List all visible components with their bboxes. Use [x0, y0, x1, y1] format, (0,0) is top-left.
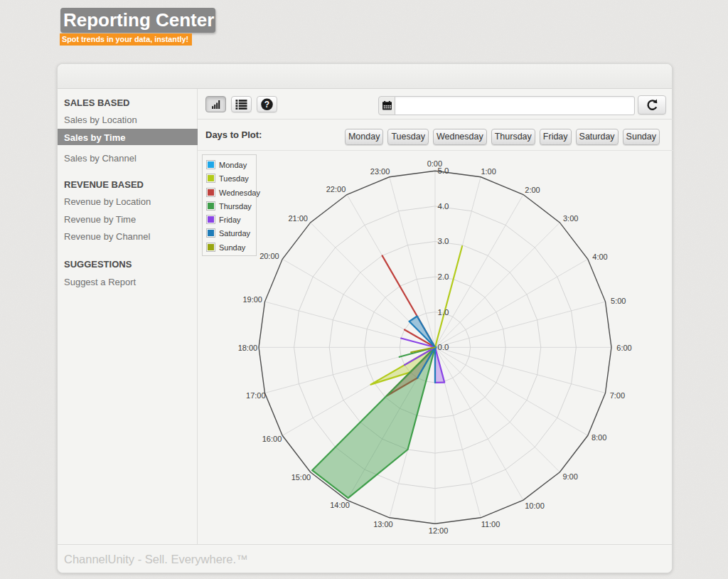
svg-text:?: ? [264, 100, 269, 110]
